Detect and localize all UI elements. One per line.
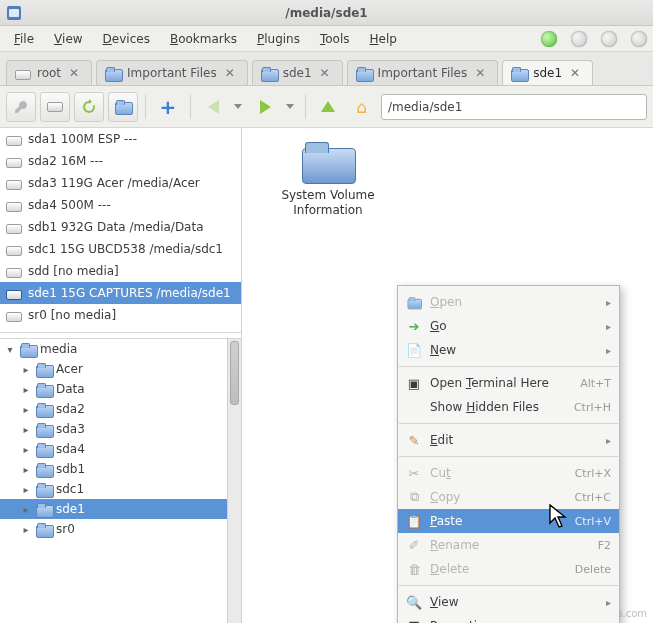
volume-item[interactable]: sdb1 932G Data /media/Data (0, 216, 241, 238)
folder-icon (356, 67, 372, 80)
expander-icon[interactable]: ▾ (4, 344, 16, 355)
status-led-2[interactable] (571, 31, 587, 47)
rename-icon: ✐ (406, 537, 422, 553)
path-input[interactable]: /media/sde1 (381, 94, 647, 120)
tree-item-selected[interactable]: ▸sde1 (0, 499, 227, 519)
tab-sde1-1[interactable]: sde1 ✕ (252, 60, 343, 85)
tree-label: Acer (56, 362, 83, 376)
menu-separator (399, 423, 618, 424)
svg-rect-1 (9, 9, 19, 17)
nav-forward-button[interactable] (250, 92, 280, 122)
volume-item[interactable]: sda1 100M ESP --- (0, 128, 241, 150)
expander-icon[interactable]: ▸ (20, 384, 32, 395)
tree-item[interactable]: ▸sda4 (0, 439, 227, 459)
hdd-icon (6, 202, 22, 212)
ctx-paste[interactable]: 📋 Paste Ctrl+V (398, 509, 619, 533)
volume-item-selected[interactable]: sde1 15G CAPTURES /media/sde1 (0, 282, 241, 304)
hdd-icon (6, 268, 22, 278)
tree-item[interactable]: ▸Data (0, 379, 227, 399)
menu-file[interactable]: File (6, 29, 42, 49)
tab-root[interactable]: root ✕ (6, 60, 92, 85)
toolbar: + ⌂ /media/sde1 (0, 86, 653, 128)
ctx-go[interactable]: ➔ Go ▸ (398, 314, 619, 338)
expander-icon[interactable]: ▸ (20, 504, 32, 515)
edit-icon: ✎ (406, 432, 422, 448)
tree-item[interactable]: ▸sdc1 (0, 479, 227, 499)
tree-item[interactable]: ▸Acer (0, 359, 227, 379)
scrollbar[interactable] (227, 339, 241, 623)
expander-icon[interactable]: ▸ (20, 464, 32, 475)
volume-label: sda2 16M --- (28, 154, 103, 168)
volume-item[interactable]: sdc1 15G UBCD538 /media/sdc1 (0, 238, 241, 260)
chevron-right-icon: ▸ (606, 597, 611, 608)
tree-root[interactable]: ▾ media (0, 339, 227, 359)
file-item[interactable]: System Volume Information (268, 142, 388, 218)
ctx-edit[interactable]: ✎ Edit ▸ (398, 428, 619, 452)
close-icon[interactable]: ✕ (568, 66, 582, 80)
nav-home-button[interactable]: ⌂ (347, 92, 377, 122)
arrow-left-icon (208, 100, 219, 114)
accel-label: Alt+T (580, 377, 611, 390)
volume-item[interactable]: sr0 [no media] (0, 304, 241, 326)
status-led-3[interactable] (601, 31, 617, 47)
menu-separator (399, 585, 618, 586)
chevron-right-icon: ▸ (606, 297, 611, 308)
expander-icon[interactable]: ▸ (20, 444, 32, 455)
context-menu: Open ▸ ➔ Go ▸ 📄 New ▸ ▣ Open Terminal He… (397, 285, 620, 623)
tree-item[interactable]: ▸sdb1 (0, 459, 227, 479)
menu-tools[interactable]: Tools (312, 29, 358, 49)
ctx-new[interactable]: 📄 New ▸ (398, 338, 619, 362)
menu-bookmarks[interactable]: Bookmarks (162, 29, 245, 49)
menu-view[interactable]: View (46, 29, 90, 49)
menu-plugins[interactable]: Plugins (249, 29, 308, 49)
nav-back-menu[interactable] (232, 92, 246, 122)
tool-open-button[interactable] (40, 92, 70, 122)
chevron-right-icon: ▸ (606, 435, 611, 446)
close-icon[interactable]: ✕ (223, 66, 237, 80)
close-icon[interactable]: ✕ (473, 66, 487, 80)
ctx-open-terminal[interactable]: ▣ Open Terminal Here Alt+T (398, 371, 619, 395)
expander-icon[interactable]: ▸ (20, 484, 32, 495)
tool-add-button[interactable]: + (153, 92, 183, 122)
tree-item[interactable]: ▸sda3 (0, 419, 227, 439)
menu-help[interactable]: Help (362, 29, 405, 49)
hdd-icon (6, 312, 22, 322)
nav-up-button[interactable] (313, 92, 343, 122)
volume-item[interactable]: sda4 500M --- (0, 194, 241, 216)
tab-important-2[interactable]: Important Files ✕ (347, 60, 499, 85)
tab-important-1[interactable]: Important Files ✕ (96, 60, 248, 85)
folder-icon (302, 142, 354, 182)
expander-icon[interactable]: ▸ (20, 524, 32, 535)
expander-icon[interactable]: ▸ (20, 364, 32, 375)
scrollbar-thumb[interactable] (230, 341, 239, 405)
nav-forward-menu[interactable] (284, 92, 298, 122)
accel-label: Ctrl+V (575, 515, 611, 528)
ctx-view[interactable]: 🔍 View ▸ (398, 590, 619, 614)
close-icon[interactable]: ✕ (67, 66, 81, 80)
toolbar-separator (305, 95, 306, 119)
terminal-icon: ▣ (406, 375, 422, 391)
volume-item[interactable]: sda3 119G Acer /media/Acer (0, 172, 241, 194)
volume-item[interactable]: sda2 16M --- (0, 150, 241, 172)
nav-back-button[interactable] (198, 92, 228, 122)
ctx-show-hidden[interactable]: Show Hidden Files Ctrl+H (398, 395, 619, 419)
tabbar: root ✕ Important Files ✕ sde1 ✕ Importan… (0, 52, 653, 86)
tree-item[interactable]: ▸sr0 (0, 519, 227, 539)
menu-devices[interactable]: Devices (95, 29, 158, 49)
folder-icon (105, 67, 121, 80)
status-led-4[interactable] (631, 31, 647, 47)
tool-folder-button[interactable] (108, 92, 138, 122)
tool-refresh-button[interactable] (74, 92, 104, 122)
ctx-properties[interactable]: ☰ Properties (398, 614, 619, 623)
tool-settings-button[interactable] (6, 92, 36, 122)
tree-item[interactable]: ▸sda2 (0, 399, 227, 419)
close-icon[interactable]: ✕ (318, 66, 332, 80)
volume-item[interactable]: sdd [no media] (0, 260, 241, 282)
tree-label: sda4 (56, 442, 85, 456)
status-led-1[interactable] (541, 31, 557, 47)
expander-icon[interactable]: ▸ (20, 424, 32, 435)
expander-icon[interactable]: ▸ (20, 404, 32, 415)
cut-icon: ✂ (406, 465, 422, 481)
new-icon: 📄 (406, 342, 422, 358)
tab-sde1-active[interactable]: sde1 ✕ (502, 60, 593, 85)
